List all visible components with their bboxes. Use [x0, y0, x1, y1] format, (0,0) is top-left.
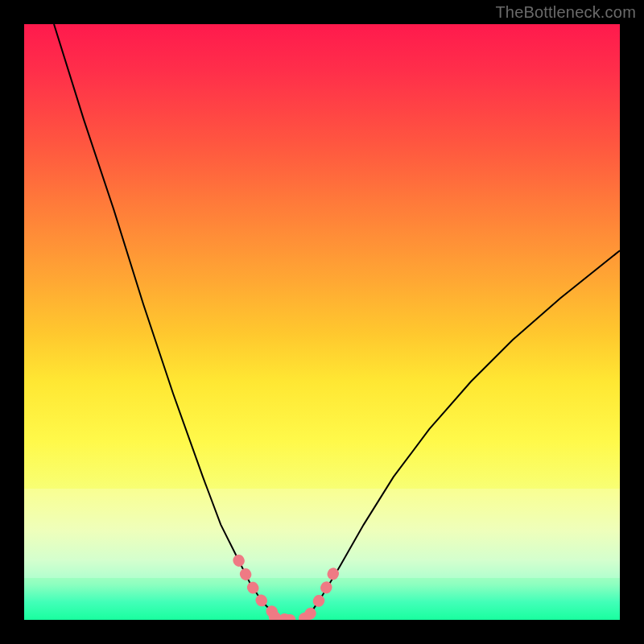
- left-curve: [54, 24, 275, 614]
- watermark-text: TheBottleneck.com: [495, 3, 636, 22]
- bottom-pink-segment: [275, 617, 310, 620]
- left-pink-segment: [238, 560, 286, 620]
- plot-area: [24, 24, 620, 620]
- right-curve: [310, 250, 620, 613]
- curve-layer: [24, 24, 620, 620]
- chart-stage: TheBottleneck.com: [0, 0, 644, 644]
